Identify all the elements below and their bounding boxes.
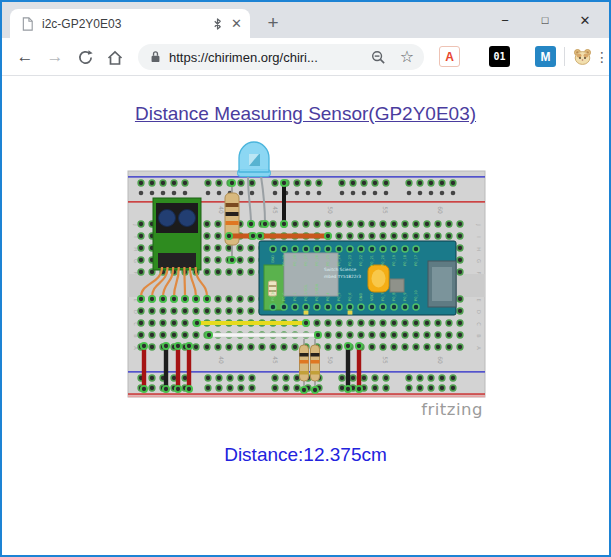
svg-text:E: E xyxy=(476,298,482,301)
svg-text:D: D xyxy=(476,310,482,314)
back-button[interactable]: ← xyxy=(13,45,37,69)
fritzing-breadboard-figure: 40404545505055556060JJIIHHGGFFEEDDCCBBAA… xyxy=(121,134,491,424)
page-heading-link[interactable]: Distance Measuring Sensor(GP2Y0E03) xyxy=(135,103,476,124)
extension-m-icon[interactable]: M xyxy=(535,46,556,67)
svg-text:P0_19: P0_19 xyxy=(392,254,396,266)
svg-text:60: 60 xyxy=(437,356,444,364)
svg-text:P0_0: P0_0 xyxy=(282,292,286,301)
svg-text:55: 55 xyxy=(382,356,389,364)
svg-text:40: 40 xyxy=(218,356,225,364)
svg-text:P0_2/SCL: P0_2/SCL xyxy=(304,284,308,301)
browser-toolbar: ← → https://chirimen.org/chiri... ☆ A 01… xyxy=(2,38,609,76)
browser-tab[interactable]: i2c-GP2Y0E03 ✕ xyxy=(10,9,250,38)
svg-text:J: J xyxy=(476,223,482,225)
svg-text:GND: GND xyxy=(359,293,363,301)
jumper-orange-bars xyxy=(225,233,330,239)
browser-menu-icon[interactable]: ⋮ xyxy=(594,45,610,69)
mcu-board-mbed-ty51822r3: Switch Sciencembed TY51822r3GNDP0_30P0_2… xyxy=(259,241,456,315)
svg-text:F: F xyxy=(476,272,482,275)
svg-text:P0_29: P0_29 xyxy=(282,254,286,266)
url-text[interactable]: https://chirimen.org/chiri... xyxy=(169,50,371,65)
svg-text:P0_22: P0_22 xyxy=(359,255,363,266)
svg-text:P0_27: P0_27 xyxy=(304,255,308,266)
svg-text:mbed TY51822r3: mbed TY51822r3 xyxy=(324,274,361,279)
tab-close-icon[interactable]: ✕ xyxy=(231,16,242,31)
svg-text:P0_21: P0_21 xyxy=(370,255,374,266)
svg-text:P0_3/SDA: P0_3/SDA xyxy=(315,283,319,301)
maximize-button[interactable]: □ xyxy=(525,2,565,38)
forward-button[interactable]: → xyxy=(43,45,67,69)
fritzing-watermark: fritzing xyxy=(421,400,483,419)
page-favicon-icon xyxy=(22,17,34,31)
reload-icon[interactable] xyxy=(73,45,97,69)
zoom-out-icon[interactable] xyxy=(371,50,386,65)
svg-text:P0_25: P0_25 xyxy=(326,255,330,266)
svg-text:50: 50 xyxy=(327,206,334,214)
svg-text:P0_10: P0_10 xyxy=(414,289,418,301)
minimize-button[interactable]: − xyxy=(485,2,525,38)
svg-text:P0_6: P0_6 xyxy=(348,292,352,301)
home-icon[interactable] xyxy=(103,45,127,69)
page-content: Distance Measuring Sensor(GP2Y0E03) 4040… xyxy=(2,76,609,554)
svg-text:45: 45 xyxy=(272,356,279,364)
title-bar: i2c-GP2Y0E03 ✕ + − □ ✕ xyxy=(2,2,609,38)
close-button[interactable]: ✕ xyxy=(565,2,605,38)
svg-text:P0_17: P0_17 xyxy=(414,255,418,266)
svg-text:C: C xyxy=(476,322,482,326)
tab-title: i2c-GP2Y0E03 xyxy=(42,17,208,31)
browser-window: i2c-GP2Y0E03 ✕ + − □ ✕ ← → https://chiri… xyxy=(0,0,611,557)
distance-reading: Distance:12.375cm xyxy=(2,444,609,466)
svg-text:P0_8: P0_8 xyxy=(392,292,396,301)
svg-text:P0_18: P0_18 xyxy=(403,254,407,266)
toolbar-separator xyxy=(564,47,565,66)
svg-text:G: G xyxy=(476,259,482,263)
svg-text:P0_30: P0_30 xyxy=(271,289,275,301)
svg-text:B: B xyxy=(476,334,482,338)
wire-white xyxy=(205,332,320,338)
svg-text:55: 55 xyxy=(382,206,389,214)
svg-text:H: H xyxy=(476,247,482,251)
svg-text:P0_26: P0_26 xyxy=(315,254,319,266)
svg-text:P0_23: P0_23 xyxy=(348,255,352,266)
svg-text:P0_7: P0_7 xyxy=(381,292,385,301)
svg-text:P0_28: P0_28 xyxy=(293,254,297,266)
svg-text:A: A xyxy=(476,346,482,350)
extension-01-icon[interactable]: 01 xyxy=(489,46,510,67)
svg-text:P0_24: P0_24 xyxy=(337,254,341,266)
svg-text:VDD: VDD xyxy=(370,293,374,301)
bluetooth-icon[interactable] xyxy=(212,17,223,31)
svg-text:P0_4: P0_4 xyxy=(326,292,330,301)
svg-text:P0_20: P0_20 xyxy=(381,254,385,266)
extension-pdf-icon[interactable]: A xyxy=(439,46,460,67)
bookmark-star-icon[interactable]: ☆ xyxy=(400,49,414,65)
svg-text:P0_5: P0_5 xyxy=(337,292,341,301)
lock-icon[interactable] xyxy=(150,50,161,64)
svg-text:60: 60 xyxy=(437,206,444,214)
window-controls: − □ ✕ xyxy=(485,2,605,38)
svg-text:40: 40 xyxy=(218,206,225,214)
extension-hamster-icon[interactable] xyxy=(572,46,593,67)
svg-text:P0_9: P0_9 xyxy=(403,292,407,301)
svg-text:P0_1: P0_1 xyxy=(293,292,297,301)
new-tab-button[interactable]: + xyxy=(260,10,286,36)
svg-text:Switch Science: Switch Science xyxy=(324,267,357,272)
svg-text:I: I xyxy=(476,236,482,237)
svg-text:GND: GND xyxy=(271,255,275,263)
svg-text:50: 50 xyxy=(327,356,334,364)
svg-text:45: 45 xyxy=(272,206,279,214)
address-bar[interactable]: https://chirimen.org/chiri... ☆ xyxy=(138,44,424,70)
